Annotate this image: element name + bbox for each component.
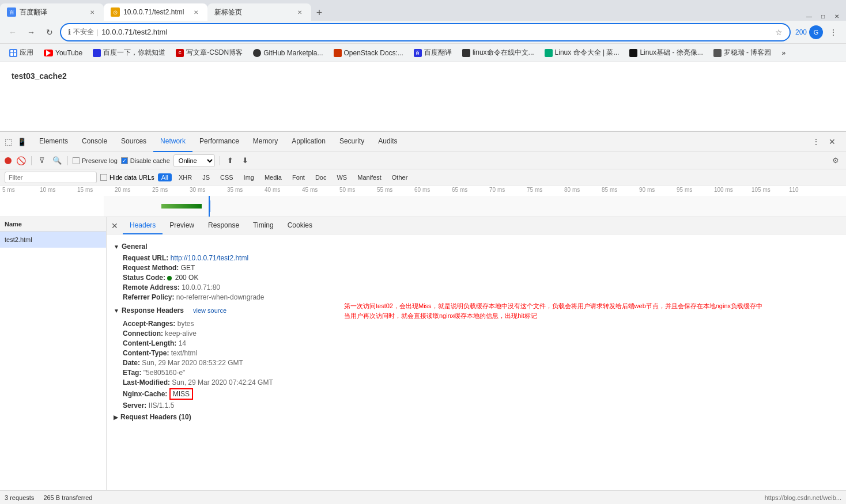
address-bar[interactable]: ℹ 不安全 | 10.0.0.71/test2.html ☆ <box>60 23 791 41</box>
nginx-cache-value: MISS <box>169 388 193 400</box>
bookmark-github[interactable]: GitHub Marketpla... <box>248 47 327 59</box>
network-item-test2html[interactable]: test2.html <box>0 232 106 248</box>
filter-type-manifest[interactable]: Manifest <box>354 173 385 181</box>
general-section-header[interactable]: ▼ General <box>114 242 839 251</box>
back-button[interactable]: ← <box>5 24 21 40</box>
content-length-field: Content-Length: 14 <box>123 339 839 347</box>
detail-tab-response[interactable]: Response <box>201 217 246 234</box>
hide-data-urls-checkbox[interactable] <box>100 174 107 181</box>
bookmark-baidufanyi[interactable]: 百 百度翻译 <box>409 46 456 60</box>
bookmark-linux-cmd[interactable]: linux命令在线中文... <box>458 46 539 60</box>
bookmark-apps[interactable]: 应用 <box>5 46 38 60</box>
devtools-status-bar: 3 requests 265 B transferred https://blo… <box>0 490 846 504</box>
filter-input[interactable] <box>5 172 97 183</box>
tl-30ms: 30 ms <box>187 187 225 193</box>
filter-type-doc[interactable]: Doc <box>312 173 330 181</box>
bookmark-youtube-label: YouTube <box>55 49 82 57</box>
filter-type-media[interactable]: Media <box>261 173 285 181</box>
tab-network[interactable]: Network <box>153 132 192 152</box>
clear-button[interactable]: 🚫 <box>15 155 27 166</box>
close-window-button[interactable]: ✕ <box>832 12 841 21</box>
bookmark-apps-label: 应用 <box>20 48 33 58</box>
import-button[interactable]: ⬆ <box>225 155 236 166</box>
devtools-panel: ⬚ 📱 Elements Console Sources Network Per… <box>0 131 846 504</box>
devtools-device-icon[interactable]: 📱 <box>16 136 28 147</box>
bookmark-baidu[interactable]: 百度一下，你就知道 <box>88 46 170 60</box>
last-modified-value: Sun, 29 Mar 2020 07:42:24 GMT <box>172 378 273 386</box>
forward-button[interactable]: → <box>23 24 39 40</box>
record-button[interactable] <box>5 157 12 164</box>
bookmark-csdn[interactable]: C 写文章-CSDN博客 <box>171 46 247 60</box>
detail-tab-cookies[interactable]: Cookies <box>281 217 319 234</box>
minimize-button[interactable]: — <box>805 12 814 21</box>
annotation-line1: 第一次访问test02，会出现Miss，就是说明负载缓存本地中没有这个文件，负载… <box>344 302 762 310</box>
bookmark-youtube[interactable]: YouTube <box>39 47 87 59</box>
response-headers-section-header[interactable]: ▼ Response Headers <box>114 306 184 314</box>
throttle-select[interactable]: Online Offline Slow 3G Fast 3G <box>173 154 215 167</box>
tab-application[interactable]: Application <box>285 132 333 152</box>
filter-type-js[interactable]: JS <box>199 173 213 181</box>
detail-tab-timing[interactable]: Timing <box>246 217 281 234</box>
disable-cache-label[interactable]: ✓ Disable cache <box>121 157 170 164</box>
linux-cmd-icon <box>462 49 470 57</box>
filter-type-all[interactable]: All <box>158 173 172 181</box>
disable-cache-checkbox[interactable]: ✓ <box>121 157 128 164</box>
tab-close-baidufanyi[interactable]: ✕ <box>88 7 97 17</box>
devtools-close-button[interactable]: ✕ <box>825 135 839 149</box>
tab-security[interactable]: Security <box>333 132 371 152</box>
bookmark-linux-all[interactable]: Linux 命令大全 | 菜... <box>540 46 624 60</box>
export-button[interactable]: ⬇ <box>240 155 251 166</box>
tab-newtab[interactable]: 新标签页 ✕ <box>207 3 311 21</box>
filter-icon[interactable]: ⊽ <box>36 155 48 166</box>
filter-type-ws[interactable]: WS <box>333 173 350 181</box>
tab-close-newtab[interactable]: ✕ <box>295 7 304 17</box>
bookmark-openstack[interactable]: OpenStack Docs:... <box>329 47 408 59</box>
detail-tab-preview[interactable]: Preview <box>163 217 201 234</box>
remote-address-field: Remote Address: 10.0.0.71:80 <box>123 283 839 291</box>
filter-type-font[interactable]: Font <box>289 173 308 181</box>
close-detail-button[interactable]: ✕ <box>109 220 120 232</box>
detail-tab-headers[interactable]: Headers <box>123 217 163 234</box>
devtools-more-button[interactable]: ⋮ <box>809 135 823 149</box>
filter-type-img[interactable]: Img <box>240 173 258 181</box>
view-source-link[interactable]: view source <box>193 307 226 314</box>
bookmark-luow[interactable]: 罗稳瑞 - 博客园 <box>709 46 776 60</box>
hide-data-urls-label[interactable]: Hide data URLs <box>100 174 154 181</box>
annotation-container: 第一次访问test02，会出现Miss，就是说明负载缓存本地中没有这个文件，负载… <box>344 302 762 320</box>
request-headers-section-header[interactable]: ▶ Request Headers (10) <box>114 413 839 421</box>
preserve-log-label[interactable]: Preserve log <box>73 157 118 164</box>
search-button[interactable]: 🔍 <box>51 155 63 166</box>
more-options-button[interactable]: ⋮ <box>825 24 841 40</box>
preserve-log-checkbox[interactable] <box>73 157 80 164</box>
bookmark-more[interactable]: » <box>777 47 790 59</box>
page-title: test03_cache2 <box>12 71 67 81</box>
request-method-label: Request Method: <box>123 264 179 272</box>
bookmark-linux-basic[interactable]: Linux基础 - 徐亮像... <box>625 46 707 60</box>
request-headers-label: Request Headers (10) <box>120 413 191 421</box>
tl-65ms: 65 ms <box>450 187 487 193</box>
request-method-field: Request Method: GET <box>123 264 839 272</box>
status-code-field: Status Code: 200 OK <box>123 274 839 282</box>
tab-memory[interactable]: Memory <box>246 132 285 152</box>
tab-performance[interactable]: Performance <box>192 132 246 152</box>
devtools-inspect-icon[interactable]: ⬚ <box>2 136 14 147</box>
bookmark-star-icon[interactable]: ☆ <box>775 28 783 37</box>
new-tab-button[interactable]: + <box>311 5 327 21</box>
filter-type-css[interactable]: CSS <box>217 173 237 181</box>
maximize-button[interactable]: □ <box>818 12 828 21</box>
window-controls: — □ ✕ <box>805 12 841 21</box>
tab-elements[interactable]: Elements <box>32 132 75 152</box>
filter-type-xhr[interactable]: XHR <box>175 173 195 181</box>
tab-test2[interactable]: ⊙ 10.0.0.71/test2.html ✕ <box>104 3 207 21</box>
filter-type-other[interactable]: Other <box>388 173 411 181</box>
tab-console[interactable]: Console <box>75 132 114 152</box>
profile-avatar[interactable]: G <box>809 25 823 39</box>
bookmark-more-label: » <box>781 49 785 57</box>
tab-sources[interactable]: Sources <box>114 132 153 152</box>
tab-audits[interactable]: Audits <box>371 132 404 152</box>
tab-baidufanyi[interactable]: 百 百度翻译 ✕ <box>0 3 104 21</box>
settings-button[interactable]: ⚙ <box>830 155 841 166</box>
tab-close-test2[interactable]: ✕ <box>191 7 201 17</box>
bookmark-baidufanyi-label: 百度翻译 <box>424 48 452 58</box>
reload-button[interactable]: ↻ <box>41 24 58 40</box>
